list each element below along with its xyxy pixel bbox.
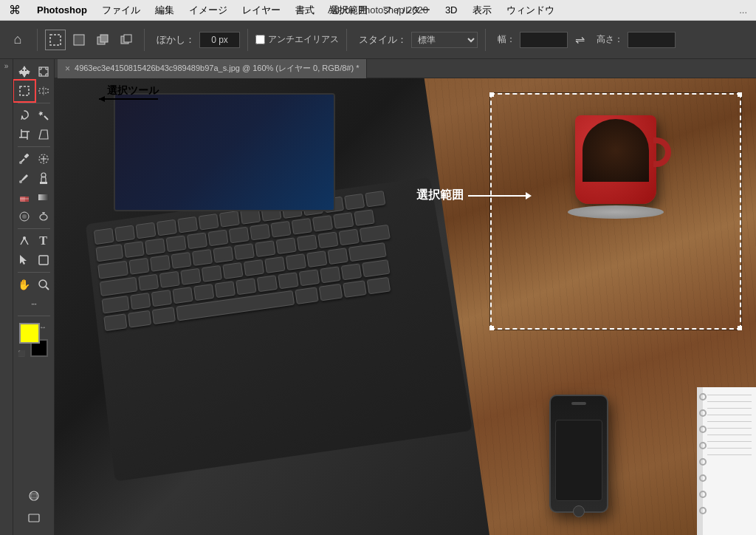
default-colors-btn[interactable]: ⬛ <box>18 350 25 357</box>
toolbox-bottom <box>24 486 44 532</box>
menu-image[interactable]: イメージ <box>182 4 235 17</box>
subtract-btn[interactable] <box>116 30 137 50</box>
height-label: 高さ： <box>597 33 623 46</box>
heal-tool-btn[interactable] <box>34 149 53 168</box>
tool-row-hand: ✋ <box>13 275 54 294</box>
tab-bar: × 4963ec3e4150815426b43c989489b97a_s.jpg… <box>55 59 756 78</box>
blur-input[interactable] <box>199 32 240 48</box>
zoom-tool-btn[interactable] <box>34 275 53 294</box>
artboard-tool-btn[interactable] <box>34 62 53 81</box>
tool-row-blur <box>13 207 54 226</box>
menu-window[interactable]: ウィンドウ <box>499 4 562 17</box>
canvas-viewport[interactable]: 選択ツール 選択範囲 <box>55 78 756 535</box>
main-area: » <box>0 59 756 535</box>
antialias-label[interactable]: アンチエイリアス <box>255 33 339 46</box>
rect-shape-btn[interactable] <box>34 251 53 270</box>
app-name: Photoshop <box>30 4 94 16</box>
svg-point-43 <box>40 214 47 220</box>
toolbox: T ✋ <box>13 59 55 535</box>
svg-rect-0 <box>50 35 61 45</box>
home-button[interactable]: ⌂ <box>6 28 30 52</box>
menu-3d[interactable]: 3D <box>438 4 465 16</box>
close-tab-btn[interactable]: × <box>65 64 70 74</box>
gradient-tool-btn[interactable] <box>34 188 53 207</box>
collapse-chevron[interactable]: » <box>4 62 9 70</box>
document-tab[interactable]: × 4963ec3e4150815426b43c989489b97a_s.jpg… <box>58 59 367 78</box>
svg-rect-48 <box>39 256 48 265</box>
tool-separator5 <box>18 316 50 316</box>
lasso-tool-btn[interactable] <box>15 106 34 125</box>
tool-row-eyedropper <box>13 149 54 168</box>
screen-mode-btn[interactable] <box>24 508 44 528</box>
quick-mask-btn[interactable] <box>24 486 44 505</box>
width-input[interactable] <box>520 32 568 48</box>
menu-layer[interactable]: レイヤー <box>235 4 288 17</box>
hand-tool-btn[interactable]: ✋ <box>15 275 34 294</box>
tool-annotation: 選択ツール <box>103 84 159 98</box>
menu-more[interactable]: ... <box>739 4 756 16</box>
foreground-color[interactable] <box>19 323 40 344</box>
tab-filename: 4963ec3e4150815426b43c989489b97a_s.jpg @… <box>75 63 359 74</box>
clone-stamp-btn[interactable] <box>34 168 53 188</box>
perspective-crop-btn[interactable] <box>34 125 53 144</box>
eyedropper-tool-btn[interactable] <box>15 149 34 168</box>
rectangular-marquee-tool-btn[interactable] <box>15 81 34 100</box>
dodge-tool-btn[interactable] <box>34 207 53 226</box>
collapse-strip[interactable]: » <box>0 59 13 535</box>
svg-rect-38 <box>25 197 29 202</box>
crop-tool-btn[interactable] <box>15 125 34 144</box>
tool-row-arrow <box>13 251 54 270</box>
swap-colors-btn[interactable]: ↔ <box>39 323 47 331</box>
svg-point-42 <box>22 214 27 219</box>
tool-row-lasso <box>13 106 54 125</box>
type-tool-btn[interactable]: T <box>34 231 53 251</box>
direct-selection-btn[interactable] <box>15 251 34 270</box>
toolbar-divider4 <box>346 29 347 51</box>
apple-menu[interactable]: ⌘ <box>0 3 30 17</box>
blur-tool-btn[interactable] <box>15 207 34 226</box>
menu-file[interactable]: ファイル <box>94 4 148 17</box>
selection-annotation-text: 選択範囲 <box>416 188 464 203</box>
swap-dimensions-btn[interactable]: ⇌ <box>575 33 585 47</box>
style-label: スタイル： <box>359 33 407 47</box>
tool-row-more: ··· <box>13 294 54 313</box>
menu-view[interactable]: 表示 <box>465 4 499 17</box>
svg-point-49 <box>39 280 47 287</box>
magic-wand-tool-btn[interactable] <box>34 106 53 125</box>
intersect-btn[interactable] <box>92 30 113 50</box>
tool-row-crop <box>13 125 54 144</box>
svg-rect-3 <box>100 35 108 42</box>
height-input[interactable] <box>628 32 676 48</box>
color-swatches: ↔ ⬛ <box>13 321 54 358</box>
eraser-tool-btn[interactable] <box>15 188 34 207</box>
menu-edit[interactable]: 編集 <box>148 4 182 17</box>
menu-filter[interactable]: フィルター <box>375 4 438 17</box>
menu-type[interactable]: 書式 <box>288 4 322 17</box>
svg-line-50 <box>46 287 49 290</box>
blur-label: ぼかし： <box>157 33 195 47</box>
canvas-area: × 4963ec3e4150815426b43c989489b97a_s.jpg… <box>55 59 756 535</box>
svg-line-21 <box>44 116 48 120</box>
pen-tool-btn[interactable] <box>15 231 34 251</box>
svg-line-20 <box>21 116 22 120</box>
brush-tool-btn[interactable] <box>15 168 34 188</box>
toolbar-divider5 <box>485 29 486 51</box>
svg-marker-22 <box>38 111 43 116</box>
selection-type-group <box>45 30 137 50</box>
more-tools-btn[interactable]: ··· <box>24 294 44 313</box>
toolbar: ⌂ ぼかし： アンチ <box>0 21 756 59</box>
menu-select[interactable]: 選択範囲 <box>322 4 375 17</box>
feather-btn[interactable] <box>69 30 89 50</box>
move-tool-btn[interactable] <box>15 62 34 81</box>
svg-point-30 <box>19 161 22 164</box>
width-label: 幅： <box>498 33 515 46</box>
svg-rect-8 <box>39 67 48 76</box>
antialias-checkbox[interactable] <box>255 35 265 44</box>
notebook <box>697 387 756 535</box>
single-row-marquee-btn[interactable] <box>34 81 53 100</box>
rectangular-marquee-btn[interactable] <box>45 30 66 50</box>
svg-rect-28 <box>24 153 29 158</box>
tool-separator2 <box>18 146 50 147</box>
svg-marker-47 <box>20 255 27 265</box>
style-select[interactable]: 標準 固定比率 固定サイズ <box>411 32 478 48</box>
